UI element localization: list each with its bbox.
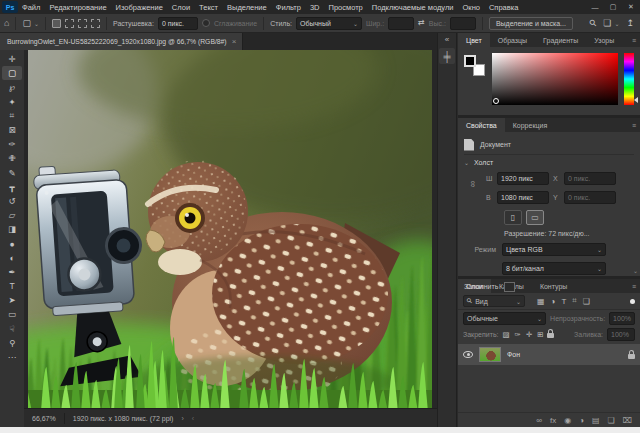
properties-panel-tab[interactable]: Свойства <box>458 118 505 132</box>
menu-item[interactable]: Окно <box>463 3 480 12</box>
menu-item[interactable]: Подключаемые модули <box>372 3 454 12</box>
opacity-input[interactable]: 100% <box>609 312 635 325</box>
minimize-button[interactable]: — <box>586 0 604 14</box>
zoom-tool[interactable]: ⚲ <box>2 336 22 350</box>
move-tool[interactable]: ✛ <box>2 52 22 66</box>
gradient-tool[interactable]: ◨ <box>2 222 22 236</box>
layer-effects-icon[interactable]: fx <box>550 416 556 425</box>
blur-tool[interactable]: ● <box>2 236 22 250</box>
canvas-y-input[interactable]: 0 пикс. <box>564 191 616 204</box>
search-icon[interactable]: ⚲ <box>588 17 599 28</box>
tool-preset-dropdown[interactable]: ▢ ⌄ <box>22 19 39 28</box>
swap-width-height-icon[interactable]: ⇄ <box>418 19 425 27</box>
lock-image-pixels-icon[interactable]: ✑ <box>515 330 521 339</box>
lock-artboard-icon[interactable]: ⊞ <box>537 330 543 339</box>
canvas-height-input[interactable]: 1080 пикс <box>497 191 549 204</box>
maximize-button[interactable]: ▢ <box>604 0 622 14</box>
menu-item[interactable]: 3D <box>310 3 320 12</box>
status-chevron-icon[interactable]: › <box>181 415 183 422</box>
intersect-selection-button[interactable] <box>91 19 100 28</box>
canvas-width-input[interactable]: 1920 пикс <box>497 172 549 185</box>
eraser-tool[interactable]: ▱ <box>2 208 22 222</box>
rectangular-marquee-tool[interactable]: ▢ <box>2 66 22 80</box>
new-group-icon[interactable]: ▤ <box>592 416 600 425</box>
new-layer-icon[interactable]: ❏ <box>608 416 615 425</box>
height-input[interactable] <box>450 17 476 30</box>
history-brush-tool[interactable]: ↺ <box>2 194 22 208</box>
bit-depth-select[interactable]: 8 бит/канал⌄ <box>502 262 606 275</box>
dodge-tool[interactable]: ◐ <box>2 251 22 265</box>
menu-item[interactable]: Просмотр <box>329 3 363 12</box>
layer-filter-select[interactable]: ⚲ Вид ⌄ <box>463 295 525 307</box>
menu-item[interactable]: Текст <box>199 3 218 12</box>
adjustment-layer-filter-icon[interactable]: ◑ <box>551 297 556 306</box>
layer-locked-icon[interactable] <box>628 354 635 359</box>
spot-healing-brush-tool[interactable]: ✙ <box>2 151 22 165</box>
portrait-orientation-button[interactable]: ▯ <box>504 210 522 225</box>
width-input[interactable] <box>388 17 414 30</box>
saturation-brightness-field[interactable] <box>492 53 618 105</box>
adjustment-layer-icon[interactable]: ◑ <box>579 416 584 425</box>
edit-toolbar[interactable]: ⋯ <box>2 350 22 364</box>
color-panel-tab[interactable]: Образцы <box>490 33 535 47</box>
color-panel-tab[interactable]: Градиенты <box>535 33 586 47</box>
share-icon[interactable]: ↥ <box>626 19 634 28</box>
color-panel-tab[interactable]: Узоры <box>586 33 622 47</box>
menu-item[interactable]: Справка <box>489 3 518 12</box>
home-icon[interactable]: ⌂ <box>4 19 9 28</box>
fill-input[interactable]: 100% <box>607 328 635 341</box>
menu-item[interactable]: Слои <box>172 3 190 12</box>
expand-panels-icon[interactable]: « <box>445 35 449 44</box>
layer-thumbnail[interactable] <box>479 347 501 362</box>
menu-item[interactable]: Фильтр <box>276 3 301 12</box>
canvas-x-input[interactable]: 0 пикс. <box>564 172 616 185</box>
landscape-orientation-button[interactable]: ▭ <box>526 210 544 225</box>
foreground-color-swatch[interactable] <box>464 55 476 67</box>
menu-item[interactable]: Изображение <box>116 3 163 12</box>
lock-transparent-pixels-icon[interactable]: ▨ <box>502 330 509 339</box>
menu-item[interactable]: Файл <box>22 3 40 12</box>
close-tab-icon[interactable]: × <box>232 37 237 46</box>
panel-menu-icon[interactable]: ≡ <box>632 122 636 129</box>
close-button[interactable]: ✕ <box>622 0 640 14</box>
color-picker-marker[interactable] <box>493 98 499 104</box>
collapsed-panel-sliders-icon[interactable]: ╪ <box>439 48 455 64</box>
menu-item[interactable]: Редактирование <box>49 3 106 12</box>
blend-mode-select[interactable]: Обычные⌄ <box>463 312 546 325</box>
layer-row-background[interactable]: Фон <box>458 344 640 365</box>
color-mode-select[interactable]: Цвета RGB⌄ <box>502 243 606 256</box>
lock-position-icon[interactable]: ✛ <box>526 330 532 339</box>
hand-tool[interactable]: ☟ <box>2 322 22 336</box>
lock-all-icon[interactable] <box>547 333 554 338</box>
shape-layer-filter-icon[interactable]: ⌗ <box>572 296 577 306</box>
style-select[interactable]: Обычный⌄ <box>296 17 362 30</box>
pen-tool[interactable]: ✒ <box>2 265 22 279</box>
delete-layer-icon[interactable]: ⌧ <box>623 416 632 425</box>
lasso-tool[interactable]: ℘ <box>2 80 22 94</box>
panel-menu-icon[interactable]: ≡ <box>632 37 636 44</box>
filter-toggle[interactable] <box>630 299 635 304</box>
subtract-from-selection-button[interactable] <box>78 19 87 28</box>
type-layer-filter-icon[interactable]: T <box>561 297 566 306</box>
link-layers-icon[interactable]: ∞ <box>536 416 542 425</box>
document-tab[interactable]: BurrowingOwlet_EN-US5825222069_1920x1080… <box>0 33 243 50</box>
select-and-mask-button[interactable]: Выделение и маска... <box>489 17 573 30</box>
layer-mask-icon[interactable]: ◉ <box>564 416 571 425</box>
hue-slider[interactable] <box>624 53 634 105</box>
pixel-layer-filter-icon[interactable]: ▦ <box>537 297 545 306</box>
path-selection-tool[interactable]: ➤ <box>2 293 22 307</box>
smart-object-filter-icon[interactable]: ❏ <box>583 297 590 306</box>
fill-checkbox[interactable] <box>504 282 515 292</box>
eyedropper-tool[interactable]: ✑ <box>2 137 22 151</box>
menu-item[interactable]: Выделение <box>227 3 267 12</box>
hue-slider-marker[interactable] <box>634 97 638 103</box>
scroll-left-icon[interactable]: ‹ <box>192 415 194 422</box>
collapse-section-icon[interactable]: ⌄ <box>464 159 469 166</box>
brush-tool[interactable]: ✎ <box>2 166 22 180</box>
layer-visibility-icon[interactable] <box>463 351 473 358</box>
add-to-selection-button[interactable] <box>65 19 74 28</box>
canvas-image[interactable] <box>28 50 432 408</box>
workspace-switcher[interactable]: ❏ ⌄ <box>603 19 619 28</box>
color-panel-tab[interactable]: Цвет <box>458 33 490 47</box>
rectangle-tool[interactable]: ▭ <box>2 307 22 321</box>
